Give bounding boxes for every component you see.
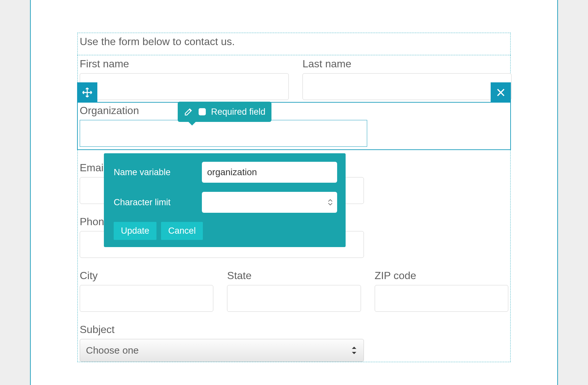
subject-label: Subject — [80, 324, 364, 336]
name-variable-input[interactable] — [202, 162, 337, 183]
required-field-label: Required field — [211, 107, 266, 117]
zip-field-group: ZIP code — [375, 270, 508, 312]
last-name-field-group: Last name — [302, 58, 512, 100]
update-button[interactable]: Update — [114, 222, 156, 240]
last-name-input[interactable] — [302, 73, 512, 100]
state-input[interactable] — [227, 285, 361, 312]
state-label: State — [227, 270, 361, 282]
cancel-button[interactable]: Cancel — [161, 222, 203, 240]
close-icon — [495, 87, 506, 98]
chevron-down-icon — [328, 203, 333, 206]
zip-label: ZIP code — [375, 270, 508, 282]
first-name-field-group: First name — [80, 58, 289, 100]
number-spinner[interactable] — [328, 199, 333, 206]
field-settings-popover: Name variable Character limit Update — [104, 153, 346, 247]
chevron-up-icon — [328, 199, 333, 202]
select-arrows-icon — [351, 346, 357, 355]
name-variable-label: Name variable — [114, 167, 202, 177]
subject-field-group: Subject Choose one — [80, 324, 364, 362]
intro-region[interactable]: Use the form below to contact us. — [77, 33, 511, 55]
form-region[interactable]: First name Last name — [77, 55, 511, 362]
field-toolbar: Required field — [178, 102, 271, 122]
city-field-group: City — [80, 270, 213, 312]
organization-input[interactable] — [80, 120, 367, 147]
last-name-label: Last name — [302, 58, 512, 70]
intro-text: Use the form below to contact us. — [80, 36, 508, 48]
subject-select[interactable]: Choose one — [80, 339, 364, 362]
subject-select-placeholder: Choose one — [86, 345, 139, 356]
edit-button[interactable] — [184, 107, 193, 117]
city-input[interactable] — [80, 285, 213, 312]
page-canvas: Use the form below to contact us. First … — [30, 0, 558, 385]
city-label: City — [80, 270, 213, 282]
character-limit-input[interactable] — [202, 192, 337, 213]
close-handle[interactable] — [491, 82, 511, 103]
first-name-input[interactable] — [80, 73, 289, 100]
organization-row-selected[interactable]: Required field Organization Name variabl… — [77, 102, 511, 150]
organization-label: Organization — [80, 105, 508, 117]
move-icon — [82, 87, 93, 98]
drag-handle[interactable] — [77, 82, 97, 103]
first-name-label: First name — [80, 58, 289, 70]
edit-icon — [184, 107, 193, 117]
state-field-group: State — [227, 270, 361, 312]
character-limit-label: Character limit — [114, 197, 202, 208]
zip-input[interactable] — [375, 285, 508, 312]
required-checkbox[interactable] — [199, 108, 206, 115]
